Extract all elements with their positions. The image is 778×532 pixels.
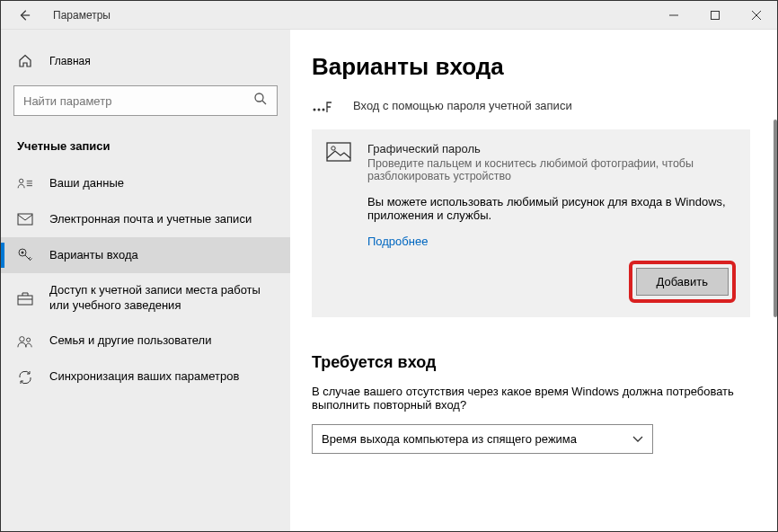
key-icon	[17, 247, 33, 263]
window-title: Параметры	[53, 9, 111, 22]
sidebar-item-label: Семья и другие пользователи	[49, 333, 211, 349]
mail-icon	[17, 211, 33, 227]
sidebar: Главная Учетные записи Ваши данные Э	[1, 30, 290, 531]
svg-rect-20	[327, 143, 350, 161]
svg-point-19	[323, 109, 325, 111]
sidebar-item-label: Доступ к учетной записи места работы или…	[49, 283, 274, 314]
dropdown-selected: Время выхода компьютера из спящего режим…	[322, 432, 577, 446]
add-button[interactable]: Добавить	[636, 268, 729, 296]
svg-point-16	[27, 338, 31, 341]
sidebar-item-email[interactable]: Электронная почта и учетные записи	[1, 201, 290, 237]
learn-more-link[interactable]: Подробнее	[367, 235, 736, 248]
close-button[interactable]	[736, 1, 777, 30]
home-label: Главная	[49, 55, 91, 67]
svg-point-12	[22, 252, 24, 254]
svg-line-5	[262, 101, 266, 104]
person-icon	[17, 175, 33, 191]
svg-point-15	[20, 336, 24, 341]
svg-rect-1	[712, 11, 720, 19]
sidebar-item-label: Синхронизация ваших параметров	[49, 369, 239, 385]
password-option-label: Вход с помощью пароля учетной записи	[353, 99, 572, 112]
sidebar-item-sync[interactable]: Синхронизация ваших параметров	[1, 359, 290, 395]
svg-point-18	[318, 109, 321, 111]
sidebar-section-title: Учетные записи	[1, 132, 290, 165]
picture-icon	[326, 142, 351, 182]
require-signin-title: Требуется вход	[312, 353, 765, 372]
maximize-button[interactable]	[694, 1, 736, 30]
svg-point-21	[332, 146, 335, 150]
sync-icon	[17, 369, 33, 386]
main-content: Варианты входа Вход с помощью пароля уче…	[290, 30, 777, 531]
password-option-row[interactable]: Вход с помощью пароля учетной записи	[312, 99, 765, 119]
highlight-annotation: Добавить	[629, 261, 736, 303]
people-icon	[17, 333, 33, 350]
titlebar: Параметры	[1, 1, 777, 30]
svg-point-6	[19, 179, 22, 182]
sidebar-item-label: Варианты входа	[49, 248, 138, 263]
svg-rect-13	[18, 296, 32, 305]
briefcase-icon	[17, 290, 33, 306]
sidebar-item-signin-options[interactable]: Варианты входа	[1, 237, 290, 273]
svg-rect-10	[18, 214, 32, 225]
picture-password-description: Вы можете использовать любимый рисунок д…	[367, 195, 736, 222]
sidebar-item-label: Ваши данные	[49, 176, 124, 191]
sidebar-item-label: Электронная почта и учетные записи	[49, 212, 252, 227]
picture-password-subtitle: Проведите пальцем и коснитесь любимой фо…	[367, 157, 736, 182]
minimize-button[interactable]	[653, 1, 694, 30]
svg-point-17	[314, 109, 316, 111]
chevron-down-icon	[632, 432, 643, 446]
require-signin-description: В случае вашего отсутствия через какое в…	[312, 385, 765, 412]
scrollbar[interactable]	[774, 120, 777, 317]
home-nav[interactable]: Главная	[1, 44, 290, 78]
sidebar-item-your-info[interactable]: Ваши данные	[1, 165, 290, 201]
require-signin-dropdown[interactable]: Время выхода компьютера из спящего режим…	[312, 424, 653, 454]
picture-password-card: Графический пароль Проведите пальцем и к…	[312, 129, 750, 317]
search-input[interactable]	[23, 94, 253, 108]
home-icon	[17, 53, 33, 69]
sidebar-item-family[interactable]: Семья и другие пользователи	[1, 324, 290, 359]
back-button[interactable]	[17, 8, 31, 22]
search-box[interactable]	[13, 85, 278, 116]
svg-point-4	[255, 93, 263, 102]
picture-password-title: Графический пароль	[367, 142, 736, 155]
search-icon	[253, 92, 268, 110]
sidebar-item-work-access[interactable]: Доступ к учетной записи места работы или…	[1, 273, 290, 324]
page-title: Варианты входа	[312, 53, 765, 81]
password-icon	[312, 99, 337, 119]
